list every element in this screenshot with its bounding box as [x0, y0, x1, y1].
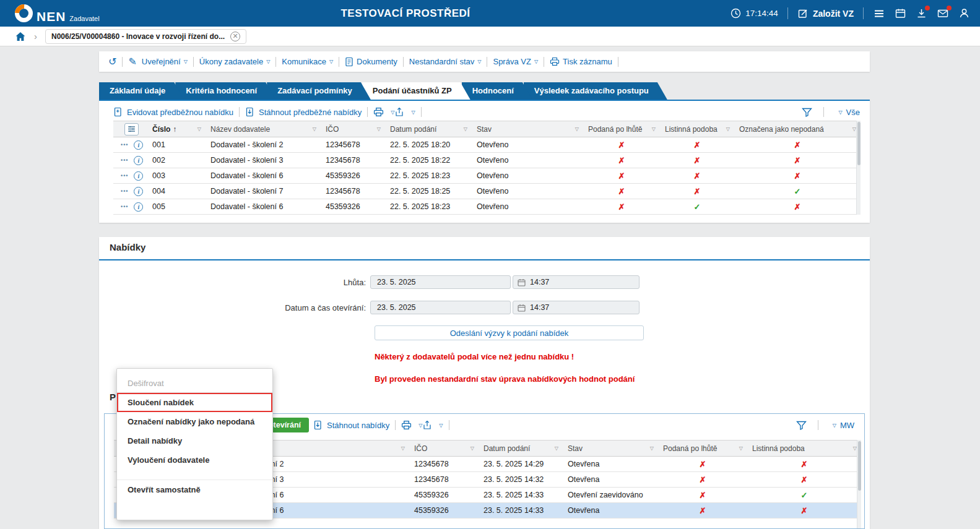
table-row[interactable]: ••• i 003 Dodavatel - školení 6 45359326…	[113, 168, 861, 184]
toolbar-menu-item[interactable]: Úkony zadavatele ▽	[199, 57, 282, 67]
tab[interactable]: Podání účastníků ZP	[362, 82, 470, 100]
row-actions-icon[interactable]: •••	[119, 157, 129, 164]
row-actions-icon[interactable]: •••	[119, 187, 129, 195]
breadcrumb-record-tab[interactable]: N006/25/V00004860 - Inovace v rozvoji ří…	[45, 29, 246, 44]
section-title: Nabídky	[110, 242, 145, 252]
cell-nazev-dodavatele: Dodavatel - školení 6	[206, 199, 321, 214]
table-row[interactable]: ••• i 001 Dodavatel - školení 2 12345678…	[113, 137, 861, 153]
column-header-stav[interactable]: Stav▽	[472, 121, 583, 137]
download-offers-button[interactable]: Stáhnout nabídky	[313, 420, 389, 430]
create-vz-button[interactable]: Založit VZ	[797, 8, 854, 19]
print-button[interactable]: ▽	[401, 420, 422, 430]
messages-icon[interactable]	[937, 7, 949, 19]
table-row[interactable]: ••• i 004 Dodavatel - školení 7 12345678…	[113, 184, 861, 199]
history-back-icon[interactable]: ↺	[108, 56, 116, 67]
toolbar-menu-item[interactable]: Komunikace ▽	[282, 57, 345, 67]
filter-funnel-icon[interactable]	[802, 108, 812, 117]
time-value: 17:14:44	[745, 9, 778, 18]
column-header-nazev[interactable]: Název dodavatele▽	[206, 121, 321, 137]
column-filter-icon[interactable]: ▽	[726, 126, 730, 132]
cell-datum-podani: 22. 5. 2025 18:23	[385, 199, 472, 214]
column-header-ico[interactable]: IČO▽	[409, 441, 479, 456]
edit-pencil-icon[interactable]: ✎	[128, 56, 136, 67]
calendar-icon[interactable]	[895, 7, 906, 19]
row-info-icon[interactable]: i	[134, 202, 143, 212]
column-header-stav[interactable]: Stav▽	[563, 441, 658, 456]
row-info-icon[interactable]: i	[134, 140, 143, 150]
row-actions-icon[interactable]: •••	[119, 141, 129, 148]
row-info-icon[interactable]: i	[134, 187, 143, 196]
context-menu-item[interactable]: Sloučení nabídek	[117, 393, 272, 412]
brand[interactable]: NEN Zadavatel	[0, 4, 100, 23]
breadcrumb-chevron-icon: ›	[34, 31, 37, 41]
export-button[interactable]: ▽	[394, 107, 415, 117]
column-filter-icon[interactable]: ▽	[652, 126, 656, 132]
tab[interactable]: Kritéria hodnocení	[175, 82, 275, 100]
context-menu-item[interactable]: Otevřít samostatně	[117, 480, 272, 499]
column-filter-icon[interactable]: ▽	[313, 126, 316, 132]
column-filter-icon[interactable]: ▽	[575, 126, 579, 132]
tab[interactable]: Hodnocení	[462, 82, 532, 100]
column-filter-icon[interactable]: ▽	[650, 445, 654, 451]
column-filter-icon[interactable]: ▽	[555, 445, 558, 451]
sort-ascending-icon: ↑	[173, 125, 176, 134]
toolbar-menu-item[interactable]: Správa VZ ▽	[493, 57, 550, 67]
row-info-icon[interactable]: i	[134, 171, 143, 181]
download-preliminary-offers-button[interactable]: Stáhnout předběžné nabídky	[245, 107, 362, 117]
column-header-cislo[interactable]: Číslo↑▽	[147, 121, 206, 137]
toolbar-menu-item[interactable]: Tisk záznamu ▽	[550, 57, 624, 67]
column-header-datum[interactable]: Datum podání▽	[385, 121, 472, 137]
breadcrumb-record-label: N006/25/V00004860 - Inovace v rozvoji ří…	[51, 32, 225, 41]
context-menu-item[interactable]: Označení nabídky jako nepodaná	[117, 412, 272, 431]
export-button[interactable]: ▽	[422, 420, 443, 430]
view-filter-mw[interactable]: ▽ MW	[830, 421, 854, 430]
column-header-ico[interactable]: IČO▽	[321, 121, 385, 137]
oteviranni-time-input[interactable]: 14:37	[513, 301, 640, 314]
toolbar-menu-item[interactable]: Uveřejnění ▽	[142, 57, 199, 67]
column-filter-icon[interactable]: ▽	[464, 126, 467, 132]
column-filter-icon[interactable]: ▽	[377, 126, 381, 132]
cell-podana-po-lhute: ✗	[583, 199, 660, 214]
column-filter-icon[interactable]: ▽	[739, 445, 743, 451]
notification-dot	[925, 6, 930, 11]
column-filter-icon[interactable]: ▽	[470, 445, 474, 451]
tab[interactable]: Výsledek zadávacího postupu	[524, 82, 667, 100]
view-filter-vse[interactable]: ▽ Vše	[835, 108, 860, 117]
downloads-icon[interactable]	[916, 7, 927, 19]
send-offer-invitation-button[interactable]: Odeslání výzvy k podání nabídek	[375, 325, 644, 340]
table-row[interactable]: ••• i 005 Dodavatel - školení 6 45359326…	[113, 199, 861, 215]
home-icon[interactable]	[15, 32, 26, 41]
filter-funnel-icon[interactable]	[796, 421, 807, 430]
column-settings-icon[interactable]	[124, 123, 139, 135]
column-header-datum[interactable]: Datum podání▽	[479, 441, 563, 456]
toolbar-menu-item[interactable]: Dokumenty ▽	[345, 57, 409, 67]
user-profile-icon[interactable]	[958, 7, 970, 19]
menu-hamburger-icon[interactable]	[873, 8, 885, 19]
context-menu-item[interactable]: Detail nabídky	[117, 431, 272, 450]
register-preliminary-offer-button[interactable]: Evidovat předběžnou nabídku	[113, 107, 233, 117]
toolbar-menu-item-label: Uveřejnění	[142, 57, 181, 66]
row-actions-icon[interactable]: •••	[119, 203, 129, 210]
column-filter-icon[interactable]: ▽	[401, 445, 405, 451]
table-scrollbar[interactable]	[857, 440, 861, 529]
lhuta-time-input[interactable]: 14:37	[513, 275, 640, 289]
table-row[interactable]: ••• i 002 Dodavatel - školení 3 12345678…	[113, 153, 861, 168]
column-header-podana-po-lhute[interactable]: Podaná po lhůtě▽	[658, 441, 747, 456]
column-header-oznacena-nepodana[interactable]: Označena jako nepodaná▽	[734, 121, 861, 137]
print-button[interactable]: ▽	[373, 107, 394, 117]
context-menu-item[interactable]: Vyloučení dodavatele	[117, 450, 272, 470]
tab[interactable]: Základní údaje	[99, 82, 184, 100]
column-header-listinna-podoba[interactable]: Listinná podoba▽	[747, 441, 861, 456]
tab[interactable]: Zadávací podmínky	[267, 82, 371, 100]
row-info-icon[interactable]: i	[134, 156, 143, 165]
lhuta-date-input[interactable]: 23. 5. 2025	[370, 275, 511, 289]
column-header-listinna-podoba[interactable]: Listinná podoba▽	[660, 121, 734, 137]
column-filter-icon[interactable]: ▽	[197, 126, 201, 132]
table-scrollbar[interactable]	[856, 121, 861, 215]
toolbar-menu-item[interactable]: Nestandardní stav ▽	[409, 57, 493, 67]
row-actions-icon[interactable]: •••	[119, 172, 129, 179]
context-menu-item[interactable]: Dešifrovat	[117, 374, 272, 393]
close-record-icon[interactable]: ✕	[230, 32, 240, 41]
column-header-podana-po-lhute[interactable]: Podaná po lhůtě▽	[583, 121, 660, 137]
oteviranni-date-input[interactable]: 23. 5. 2025	[370, 301, 511, 314]
